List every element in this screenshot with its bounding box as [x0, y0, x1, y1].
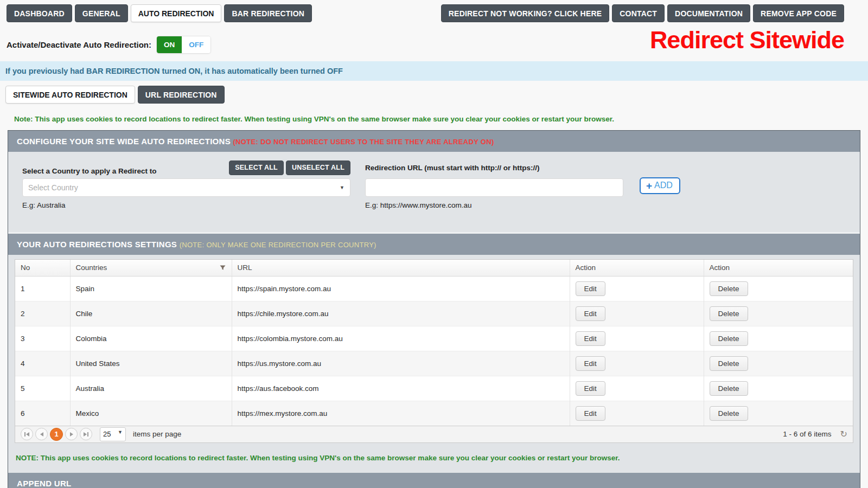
items-per-page-label: items per page	[133, 430, 181, 438]
arrow-right-icon	[70, 432, 73, 436]
table-row: 2 Chile https://chile.mystore.com.au Edi…	[15, 301, 853, 326]
row-delete-cell: Delete	[704, 276, 853, 301]
pager-prev-button[interactable]	[35, 428, 48, 440]
country-select[interactable]: Select Country ▼	[22, 178, 350, 197]
redirect-not-working-button[interactable]: REDIRECT NOT WORKING? CLICK HERE	[441, 4, 610, 22]
grid-pager: 1 25 ▼ items per page 1 - 6 of 6 items ↻	[15, 426, 853, 442]
select-all-button[interactable]: SELECT ALL	[229, 160, 284, 175]
documentation-button[interactable]: DOCUMENTATION	[667, 4, 750, 22]
row-country-cell: Australia	[70, 376, 232, 401]
refresh-icon[interactable]: ↻	[840, 430, 847, 439]
delete-button[interactable]: Delete	[710, 331, 748, 346]
row-url-cell: https://aus.facebook.com	[232, 376, 570, 401]
tab-url-redirection[interactable]: URL REDIRECTION	[138, 86, 225, 104]
edit-button[interactable]: Edit	[576, 331, 605, 346]
row-url-cell: https://chile.mystore.com.au	[232, 301, 570, 326]
main-panel: CONFIGURE YOUR SITE WIDE AUTO REDIRECTIO…	[8, 130, 860, 488]
tab-auto-redirection[interactable]: AUTO REDIRECTION	[131, 4, 222, 22]
seek-first-icon	[24, 432, 29, 436]
redirect-url-hint: E.g: https://www.mystore.com.au	[365, 201, 623, 209]
pager-last-button[interactable]	[80, 428, 92, 440]
column-header-action-delete: Action	[704, 260, 853, 276]
configure-section-header: CONFIGURE YOUR SITE WIDE AUTO REDIRECTIO…	[8, 131, 860, 152]
row-country-cell: Spain	[70, 276, 232, 301]
row-delete-cell: Delete	[704, 376, 853, 401]
pager-first-button[interactable]	[21, 428, 33, 440]
auto-redirection-toggle[interactable]: ON OFF	[156, 36, 211, 54]
pager-current-page[interactable]: 1	[50, 428, 63, 441]
row-edit-cell: Edit	[570, 326, 704, 351]
seek-last-icon	[84, 432, 88, 436]
sub-tabs: SITEWIDE AUTO REDIRECTION URL REDIRECTIO…	[5, 86, 868, 104]
toggle-off-option[interactable]: OFF	[182, 36, 210, 53]
tab-dashboard[interactable]: DASHBOARD	[7, 4, 72, 22]
country-select-label: Select a Country to apply a Redirect to	[22, 167, 157, 175]
tab-bar-redirection[interactable]: BAR REDIRECTION	[224, 4, 312, 22]
row-edit-cell: Edit	[570, 276, 704, 301]
delete-button[interactable]: Delete	[710, 306, 748, 321]
delete-button[interactable]: Delete	[710, 356, 748, 371]
pager-next-button[interactable]	[65, 428, 78, 440]
page-size-select[interactable]: 25 ▼	[100, 427, 126, 441]
delete-button[interactable]: Delete	[710, 406, 748, 421]
edit-button[interactable]: Edit	[576, 406, 605, 421]
country-hint: E.g: Australia	[22, 201, 350, 209]
redirections-grid: No Countries URL Action Action	[15, 259, 853, 443]
cookies-note-top: Note: This app uses cookies to record lo…	[14, 115, 854, 123]
arrow-left-icon	[40, 432, 43, 436]
chevron-down-icon: ▼	[118, 429, 123, 435]
countries-header-label: Countries	[76, 264, 107, 272]
redirect-url-label: Redirection URL (must start with http://…	[365, 160, 623, 175]
page-size-value: 25	[103, 430, 111, 438]
column-header-action-edit: Action	[570, 260, 704, 276]
column-header-no[interactable]: No	[15, 260, 70, 276]
row-delete-cell: Delete	[704, 351, 853, 376]
table-row: 4 United States https://us.mystore.com.a…	[15, 351, 853, 376]
row-number-cell: 2	[15, 301, 70, 326]
unselect-all-button[interactable]: UNSELECT ALL	[286, 160, 350, 175]
tab-sitewide-auto-redirection[interactable]: SITEWIDE AUTO REDIRECTION	[5, 86, 135, 104]
edit-button[interactable]: Edit	[576, 306, 605, 321]
append-url-section-header: APPEND URL	[8, 473, 860, 488]
table-header-row: No Countries URL Action Action	[15, 260, 853, 276]
row-url-cell: https://mex.mystore.com.au	[232, 401, 570, 426]
delete-button[interactable]: Delete	[710, 281, 748, 296]
row-edit-cell: Edit	[570, 401, 704, 426]
delete-button[interactable]: Delete	[710, 381, 748, 396]
row-delete-cell: Delete	[704, 401, 853, 426]
table-row: 3 Colombia https://colombia.mystore.com.…	[15, 326, 853, 351]
column-header-countries[interactable]: Countries	[70, 260, 232, 276]
configure-header-text: CONFIGURE YOUR SITE WIDE AUTO REDIRECTIO…	[17, 137, 231, 146]
row-country-cell: United States	[70, 351, 232, 376]
filter-icon[interactable]	[219, 264, 226, 271]
tab-general[interactable]: GENERAL	[75, 4, 128, 22]
row-url-cell: https://colombia.mystore.com.au	[232, 326, 570, 351]
redirect-table-body: 1 Spain https://spain.mystore.com.au Edi…	[15, 276, 853, 426]
row-country-cell: Colombia	[70, 326, 232, 351]
country-select-placeholder: Select Country	[28, 183, 340, 192]
table-row: 1 Spain https://spain.mystore.com.au Edi…	[15, 276, 853, 301]
row-country-cell: Chile	[70, 301, 232, 326]
page: DASHBOARD GENERAL AUTO REDIRECTION BAR R…	[0, 0, 868, 488]
row-delete-cell: Delete	[704, 326, 853, 351]
edit-button[interactable]: Edit	[576, 281, 605, 296]
activate-toggle-label: Activate/Deactivate Auto Redirection:	[7, 40, 151, 49]
column-header-url[interactable]: URL	[232, 260, 570, 276]
settings-header-text: YOUR AUTO REDIRECTIONS SETTINGS	[17, 240, 177, 249]
add-redirect-button[interactable]: + ADD	[640, 177, 680, 194]
row-number-cell: 6	[15, 401, 70, 426]
row-delete-cell: Delete	[704, 301, 853, 326]
settings-header-note: (NOTE: ONLY MAKE ONE REDIRECTION PER COU…	[180, 241, 376, 249]
edit-button[interactable]: Edit	[576, 356, 605, 371]
edit-button[interactable]: Edit	[576, 381, 605, 396]
remove-app-code-button[interactable]: REMOVE APP CODE	[753, 4, 844, 22]
table-row: 6 Mexico https://mex.mystore.com.au Edit…	[15, 401, 853, 426]
contact-button[interactable]: CONTACT	[612, 4, 665, 22]
top-nav: DASHBOARD GENERAL AUTO REDIRECTION BAR R…	[0, 0, 868, 22]
pager-range-label: 1 - 6 of 6 items	[783, 430, 831, 438]
redirect-url-input[interactable]	[365, 178, 623, 197]
row-edit-cell: Edit	[570, 351, 704, 376]
toggle-on-option[interactable]: ON	[157, 36, 182, 53]
configure-header-note: (NOTE: DO NOT REDIRECT USERS TO THE SITE…	[233, 138, 494, 146]
row-country-cell: Mexico	[70, 401, 232, 426]
